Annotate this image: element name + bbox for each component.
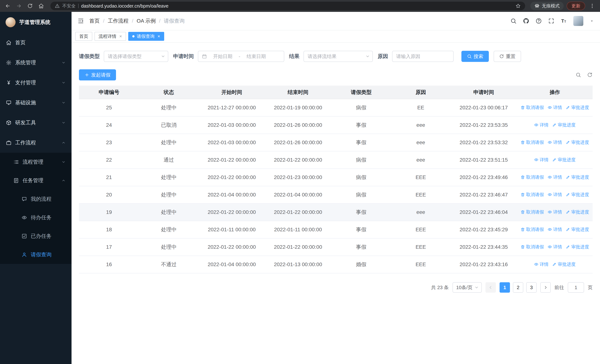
progress-link[interactable]: 审批进度 [566,244,589,250]
pagination-page-1[interactable]: 1 [500,282,510,293]
user-menu-caret-icon[interactable] [590,19,594,23]
active-tab-dot [132,35,134,37]
breadcrumb-item[interactable]: 首页 [89,18,100,24]
pagination-page-3[interactable]: 3 [526,282,537,293]
leave-type-select[interactable] [104,51,168,62]
create-leave-label: 发起请假 [91,72,111,78]
browser-menu-icon[interactable] [588,2,596,10]
breadcrumb-item[interactable]: 工作流程 [108,18,129,24]
page-size-select[interactable]: 10条/页 [452,282,482,293]
table-search-icon[interactable] [576,72,581,78]
incognito-icon [534,3,540,9]
sidebar-item-devtools[interactable]: 研发工具 [0,113,72,133]
action-label: 审批进度 [558,157,576,163]
reason-field[interactable] [392,51,454,62]
sidebar-item-home[interactable]: 首页 [0,33,72,53]
browser-update-button[interactable]: 更新 [567,2,585,10]
detail-link[interactable]: 详情 [548,209,562,215]
progress-link[interactable]: 审批进度 [566,226,589,233]
detail-link[interactable]: 详情 [534,261,548,267]
tab-流程详情[interactable]: 流程详情× [94,32,126,41]
detail-link[interactable]: 详情 [548,244,562,250]
table-refresh-icon[interactable] [587,72,593,78]
sidebar-item-task-management[interactable]: 任务管理 [0,171,72,190]
detail-link[interactable]: 详情 [548,139,562,145]
cell-apply-time: 2022-01-22 23:45:29 [450,221,517,238]
search-button[interactable]: 搜索 [461,51,489,62]
detail-link[interactable]: 详情 [548,104,562,111]
font-size-icon[interactable]: TT [561,18,567,24]
progress-link[interactable]: 审批进度 [552,261,576,267]
sidebar-item-process-management[interactable]: 流程管理 [0,153,72,171]
start-date-input[interactable] [209,54,236,59]
tab-close-icon[interactable]: × [119,34,122,39]
sidebar-item-leave-query[interactable]: 请假查询 [0,245,72,264]
detail-link[interactable]: 详情 [548,192,562,197]
pagination-page-2[interactable]: 2 [513,282,523,293]
table-body: 25处理中2021-12-27 00:00:002022-01-19 00:00… [79,99,593,273]
leave-type-label: 请假类型 [79,53,100,60]
tab-首页[interactable]: 首页 [75,32,92,41]
edit-icon [566,245,570,249]
progress-link[interactable]: 审批进度 [552,122,576,128]
global-search-icon[interactable] [510,18,517,24]
sidebar-collapse-icon[interactable] [77,18,84,24]
pagination-prev-button[interactable] [486,282,496,293]
detail-link[interactable]: 详情 [534,157,548,163]
browser-home-icon[interactable] [37,2,45,10]
cell-reason: EE [391,99,450,116]
breadcrumb-item[interactable]: OA 示例 [137,18,156,24]
create-leave-button[interactable]: 发起请假 [79,69,116,80]
detail-link[interactable]: 详情 [548,226,562,233]
reset-button[interactable]: 重置 [494,51,521,62]
table-row: 21处理中2022-01-22 00:00:002022-01-23 00:00… [79,169,593,186]
sidebar-item-done-tasks[interactable]: 已办任务 [0,227,72,245]
progress-link[interactable]: 审批进度 [566,104,589,111]
result-input[interactable] [308,54,364,59]
sidebar-item-infrastructure[interactable]: 基础设施 [0,93,72,113]
sidebar-item-payment[interactable]: 支付管理 [0,73,72,93]
user-avatar[interactable] [573,16,583,26]
cancel-leave-link[interactable]: 取消请假 [521,209,544,215]
security-warning-icon[interactable] [55,3,60,8]
progress-link[interactable]: 审批进度 [566,192,589,197]
help-icon[interactable] [535,18,542,24]
browser-forward-icon[interactable] [15,2,23,10]
progress-link[interactable]: 审批进度 [566,174,589,180]
apply-time-range-picker[interactable]: - [198,51,284,62]
reason-input[interactable] [396,54,450,59]
cancel-leave-link[interactable]: 取消请假 [521,104,544,111]
pagination-next-button[interactable] [540,282,551,293]
cell-reason: eee [391,204,450,221]
cancel-leave-link[interactable]: 取消请假 [521,139,544,145]
address-bar[interactable]: 不安全 dashboard.yudao.iocoder.cn/bpm/oa/le… [50,2,525,10]
end-date-input[interactable] [243,54,270,59]
progress-link[interactable]: 审批进度 [566,139,589,145]
tab-请假查询[interactable]: 请假查询× [128,32,164,41]
cancel-leave-link[interactable]: 取消请假 [521,226,544,233]
app-logo[interactable]: 芋道管理系统 [0,12,72,33]
trash-icon [521,192,525,197]
sidebar-item-my-process[interactable]: 我的流程 [0,190,72,208]
cancel-leave-link[interactable]: 取消请假 [521,244,544,250]
cell-leave-type: 婚假 [331,256,391,273]
sidebar-item-todo-tasks[interactable]: 待办任务 [0,208,72,227]
browser-reload-icon[interactable] [26,2,34,10]
detail-link[interactable]: 详情 [548,174,562,180]
result-select[interactable] [303,51,373,62]
progress-link[interactable]: 审批进度 [566,209,589,215]
cancel-leave-link[interactable]: 取消请假 [521,192,544,197]
sidebar-item-system[interactable]: 系统管理 [0,53,72,73]
cell-status: 处理中 [139,134,199,151]
github-icon[interactable] [523,18,529,24]
detail-link[interactable]: 详情 [534,122,548,128]
bookmark-star-icon[interactable] [516,3,521,9]
progress-link[interactable]: 审批进度 [552,157,576,163]
cancel-leave-link[interactable]: 取消请假 [521,174,544,180]
pagination-jump-input[interactable] [568,282,584,293]
sidebar-item-workflow[interactable]: 工作流程 [0,133,72,153]
fullscreen-icon[interactable] [548,18,554,24]
leave-type-input[interactable] [108,54,159,59]
tab-close-icon[interactable]: × [158,34,160,39]
browser-back-icon[interactable] [4,2,12,10]
